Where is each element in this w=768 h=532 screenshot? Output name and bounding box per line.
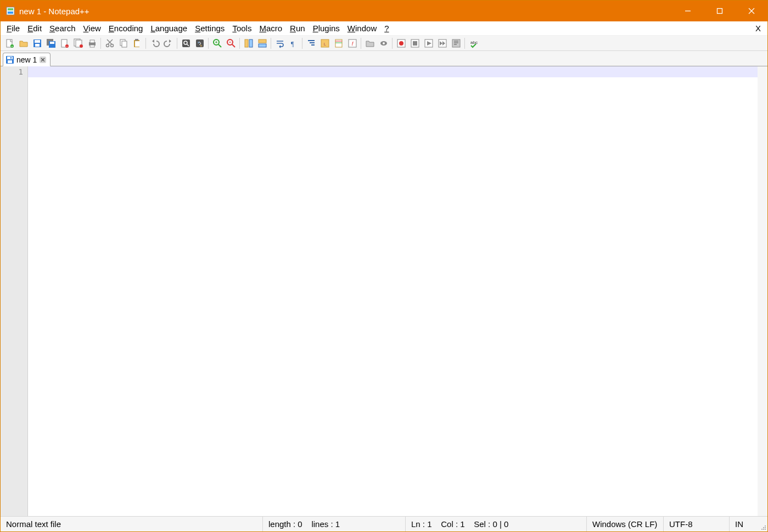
toolbar: +–ab¶Lfabc [1, 36, 767, 51]
menu-view[interactable]: View [80, 22, 105, 34]
menu-macro[interactable]: Macro [255, 22, 286, 34]
svg-rect-1 [8, 8, 13, 10]
editor: 1 [1, 66, 767, 516]
show-all-chars-icon[interactable]: ¶ [287, 37, 300, 50]
indent-guide-icon[interactable] [304, 37, 318, 50]
status-length-lines: length : 0 lines : 1 [262, 517, 405, 531]
svg-point-26 [110, 44, 113, 47]
spellcheck-icon[interactable]: abc [467, 37, 480, 50]
menu-search[interactable]: Search [46, 22, 80, 34]
save-all-icon[interactable] [44, 37, 58, 50]
titlebar: new 1 - Notepad++ [1, 1, 767, 21]
svg-point-84 [763, 527, 764, 528]
paste-icon[interactable] [130, 37, 144, 50]
menu-file[interactable]: File [3, 22, 24, 34]
record-icon[interactable] [394, 37, 408, 50]
svg-rect-15 [50, 42, 54, 44]
svg-rect-4 [717, 9, 722, 14]
resize-grip[interactable] [758, 517, 767, 531]
svg-rect-2 [8, 12, 13, 14]
sync-vertical-icon[interactable] [242, 37, 255, 50]
folder-icon[interactable] [363, 37, 377, 50]
find-icon[interactable] [179, 37, 193, 50]
text-area[interactable] [28, 66, 758, 516]
menubar-close-doc-button[interactable]: X [751, 24, 765, 33]
word-wrap-icon[interactable] [273, 37, 287, 50]
menu-?[interactable]: ? [380, 22, 393, 34]
svg-rect-30 [122, 41, 127, 47]
svg-point-25 [106, 44, 109, 47]
svg-rect-12 [35, 44, 40, 47]
app-icon [6, 7, 15, 15]
minimize-button[interactable] [672, 1, 704, 21]
undo-icon[interactable] [148, 37, 161, 50]
new-file-icon[interactable]: + [3, 37, 16, 50]
menu-window[interactable]: Window [344, 22, 380, 34]
svg-rect-47 [245, 39, 248, 47]
menu-edit[interactable]: Edit [24, 22, 46, 34]
toolbar-separator [208, 38, 209, 49]
toolbar-separator [239, 38, 240, 49]
save-icon[interactable] [30, 37, 44, 50]
svg-text:L: L [323, 42, 326, 47]
vertical-scrollbar[interactable] [758, 66, 767, 516]
tab-new-1[interactable]: new 1 [3, 53, 51, 66]
replace-icon[interactable]: ab [193, 37, 206, 50]
menu-tools[interactable]: Tools [228, 22, 255, 34]
maximize-button[interactable] [704, 1, 736, 21]
svg-point-80 [765, 529, 766, 530]
menu-settings[interactable]: Settings [191, 22, 228, 34]
doc-switcher-icon[interactable] [377, 37, 390, 50]
status-eol[interactable]: Windows (CR LF) [586, 517, 663, 531]
svg-rect-23 [90, 40, 94, 43]
cut-icon[interactable] [103, 37, 116, 50]
redo-icon[interactable] [161, 37, 175, 50]
tabbar: new 1 [1, 51, 767, 66]
tab-label: new 1 [16, 55, 37, 64]
play-multi-icon[interactable] [435, 37, 449, 50]
doc-map-icon[interactable] [332, 37, 345, 50]
toolbar-separator [177, 38, 177, 49]
svg-rect-24 [90, 45, 94, 47]
svg-text:¶: ¶ [291, 40, 294, 48]
tab-close-button[interactable] [39, 56, 47, 64]
svg-rect-71 [452, 39, 460, 47]
menu-encoding[interactable]: Encoding [105, 22, 147, 34]
menu-language[interactable]: Language [147, 22, 191, 34]
save-macro-icon[interactable] [449, 37, 463, 50]
svg-rect-57 [335, 39, 342, 47]
play-icon[interactable] [422, 37, 435, 50]
svg-rect-48 [249, 39, 253, 47]
svg-rect-76 [10, 57, 12, 59]
zoom-out-icon[interactable] [224, 37, 238, 50]
user-lang-icon[interactable]: L [318, 37, 332, 50]
svg-rect-50 [259, 44, 266, 47]
zoom-in-icon[interactable] [210, 37, 224, 50]
open-file-icon[interactable] [16, 37, 30, 50]
close-window-button[interactable] [736, 1, 767, 21]
toolbar-separator [392, 38, 393, 49]
line-number: 1 [1, 66, 23, 77]
svg-rect-49 [259, 39, 266, 43]
svg-rect-11 [35, 40, 40, 43]
function-list-icon[interactable]: f [345, 37, 359, 50]
svg-line-45 [232, 44, 235, 47]
status-filetype: Normal text file [1, 517, 262, 531]
menu-run[interactable]: Run [286, 22, 309, 34]
svg-rect-33 [135, 39, 138, 41]
menu-plugins[interactable]: Plugins [309, 22, 344, 34]
status-insert-mode[interactable]: IN [729, 517, 758, 531]
svg-rect-75 [8, 60, 12, 63]
close-file-icon[interactable]: – [58, 37, 71, 50]
svg-point-85 [765, 525, 766, 527]
stop-icon[interactable] [408, 37, 422, 50]
line-number-gutter: 1 [1, 66, 28, 516]
status-cursor: Ln : 1 Col : 1 Sel : 0 | 0 [405, 517, 586, 531]
status-encoding[interactable]: UTF-8 [663, 517, 729, 531]
close-all-icon[interactable] [71, 37, 85, 50]
sync-horizontal-icon[interactable] [255, 37, 269, 50]
editor-line[interactable] [28, 66, 758, 77]
copy-icon[interactable] [116, 37, 130, 50]
svg-point-66 [399, 41, 403, 46]
print-icon[interactable] [85, 37, 99, 50]
